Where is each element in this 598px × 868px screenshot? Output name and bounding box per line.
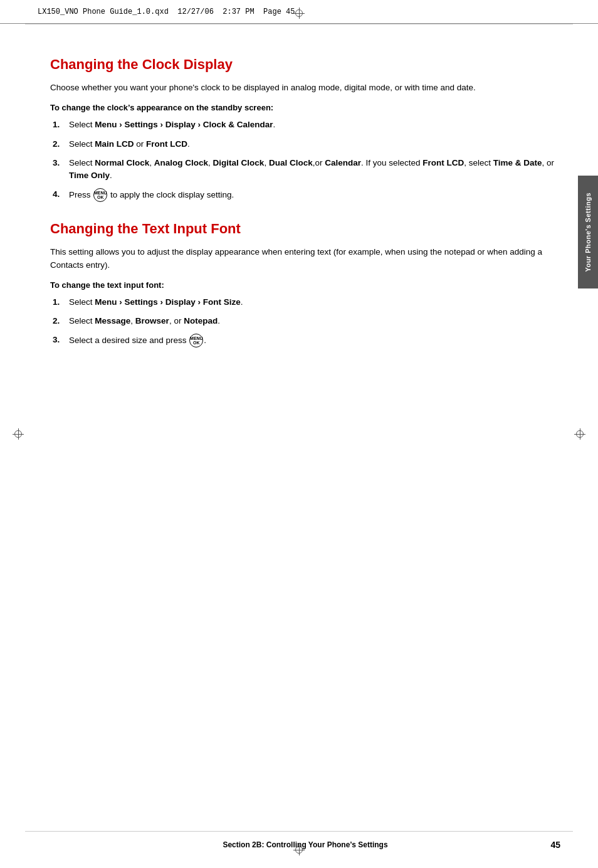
bold-term: Notepad — [184, 316, 218, 326]
section1-heading: Changing the Clock Display — [50, 56, 560, 73]
reg-mark-top — [293, 8, 305, 19]
list-item: 4. Press MENUOK to apply the clock displ… — [50, 188, 560, 202]
step-num: 1. — [53, 296, 69, 309]
step-content: Press MENUOK to apply the clock display … — [69, 188, 560, 202]
step-num: 2. — [53, 138, 69, 151]
footer-center-text: Section 2B: Controlling Your Phone’s Set… — [223, 840, 387, 849]
bold-term: Menu › Settings › Display › Clock & Cale… — [95, 120, 273, 129]
header-sep3 — [254, 8, 263, 16]
list-item: 2. Select Main LCD or Front LCD. — [50, 138, 560, 151]
header-page: Page 45 — [263, 8, 295, 16]
bold-term: Front LCD — [146, 139, 187, 149]
header-sep2 — [214, 8, 223, 16]
side-tab: Your Phone's Settings — [578, 176, 598, 288]
header-filename: LX150_VNO Phone Guide_1.0.qxd — [38, 8, 169, 16]
section2-heading: Changing the Text Input Font — [50, 221, 560, 237]
menu-ok-icon: MENUOK — [93, 188, 107, 202]
bold-term: Analog Clock — [154, 158, 208, 167]
menu-ok-icon-2: MENUOK — [189, 334, 203, 347]
footer-page-number: 45 — [550, 840, 560, 850]
step-content: Select Normal Clock, Analog Clock, Digit… — [69, 157, 560, 183]
bold-term: Menu › Settings › Display › Font Size — [95, 297, 241, 307]
page-container: LX150_VNO Phone Guide_1.0.qxd 12/27/06 2… — [0, 0, 598, 868]
section2-steps: 1. Select Menu › Settings › Display › Fo… — [50, 296, 560, 348]
bold-term: Normal Clock — [95, 158, 149, 167]
bold-term: Calendar — [325, 158, 361, 167]
list-item: 1. Select Menu › Settings › Display › Cl… — [50, 119, 560, 131]
step-content: Select Message, Browser, or Notepad. — [69, 315, 560, 327]
section1-steps: 1. Select Menu › Settings › Display › Cl… — [50, 119, 560, 202]
step-num: 3. — [53, 334, 69, 346]
header-sep1 — [169, 8, 177, 16]
main-content: Changing the Clock Display Choose whethe… — [50, 38, 560, 818]
bold-term: Front LCD — [422, 158, 464, 167]
step-num: 3. — [53, 157, 69, 169]
step-num: 2. — [53, 315, 69, 327]
section1-intro: Choose whether you want your phone's clo… — [50, 82, 560, 94]
bold-term: Message — [95, 316, 130, 326]
step-content: Select Menu › Settings › Display › Font … — [69, 296, 560, 309]
list-item: 3. Select a desired size and press MENUO… — [50, 334, 560, 347]
list-item: 3. Select Normal Clock, Analog Clock, Di… — [50, 157, 560, 183]
reg-mark-right — [574, 428, 585, 440]
footer: Section 2B: Controlling Your Phone’s Set… — [50, 840, 560, 849]
section2-intro: This setting allows you to adjust the di… — [50, 246, 560, 272]
bold-term: Dual Clock — [269, 158, 313, 167]
list-item: 1. Select Menu › Settings › Display › Fo… — [50, 296, 560, 309]
side-tab-label: Your Phone's Settings — [584, 193, 592, 272]
bold-term: Main LCD — [95, 139, 134, 149]
header-date: 12/27/06 — [177, 8, 214, 16]
reg-mark-left — [13, 428, 24, 440]
step-num: 4. — [53, 188, 69, 201]
list-item: 2. Select Message, Browser, or Notepad. — [50, 315, 560, 327]
section2-bold-intro: To change the text input font: — [50, 280, 560, 290]
rule-top — [25, 24, 573, 24]
bold-term: Time & Date — [493, 158, 542, 167]
step-num: 1. — [53, 119, 69, 131]
bold-term: Time Only — [69, 171, 110, 180]
rule-bottom — [25, 831, 573, 832]
header-time: 2:37 PM — [223, 8, 254, 16]
bold-term: Browser — [135, 316, 169, 326]
bold-term: Digital Clock — [213, 158, 265, 167]
step-content: Select Main LCD or Front LCD. — [69, 138, 560, 151]
step-content: Select Menu › Settings › Display › Clock… — [69, 119, 560, 131]
section1-bold-intro: To change the clock’s appearance on the … — [50, 103, 560, 112]
step-content: Select a desired size and press MENUOK. — [69, 334, 560, 347]
